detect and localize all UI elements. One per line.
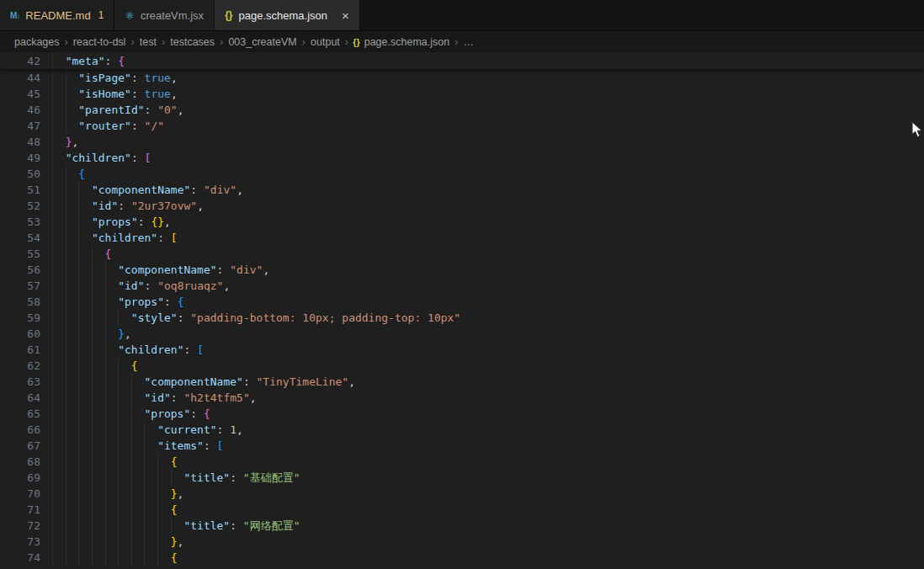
indent-guide xyxy=(92,262,105,278)
line-number: 65 xyxy=(0,406,40,422)
indent-guide xyxy=(118,486,131,502)
code-token: "componentName" xyxy=(92,183,190,196)
line-number: 59 xyxy=(0,310,40,326)
code-token: { xyxy=(131,359,138,372)
tab-createvm[interactable]: ⚛ createVm.jsx xyxy=(114,0,215,30)
code-text: "router": "/" xyxy=(52,118,164,134)
indent-guide xyxy=(52,310,66,326)
indent-guide xyxy=(92,358,105,374)
indent-guide xyxy=(52,53,66,69)
close-icon[interactable]: × xyxy=(342,9,349,22)
indent-guide xyxy=(105,534,119,550)
indent-guide xyxy=(78,310,92,326)
breadcrumb-item[interactable]: page.schema.json xyxy=(364,36,450,48)
code-line: 62{ xyxy=(0,358,924,374)
code-text: { xyxy=(52,550,178,566)
line-number: 55 xyxy=(0,246,40,262)
breadcrumb-item[interactable]: … xyxy=(463,36,475,48)
code-token: : xyxy=(190,183,204,196)
indent-guide xyxy=(92,486,105,502)
code-line: 53"props": {}, xyxy=(0,214,924,230)
code-token: "items" xyxy=(157,439,204,452)
indent-guide xyxy=(78,454,92,470)
line-number: 52 xyxy=(0,198,40,214)
code-token: "title" xyxy=(183,519,230,532)
indent-guide xyxy=(78,278,92,294)
indent-guide xyxy=(118,374,131,390)
code-token: , xyxy=(178,535,184,548)
tab-readme[interactable]: M↓ README.md 1 xyxy=(0,0,114,30)
indent-guide xyxy=(92,278,105,294)
indent-guide xyxy=(131,374,145,390)
code-text: "children": [ xyxy=(52,342,204,358)
code-token: "props" xyxy=(144,407,190,420)
code-text: "componentName": "div", xyxy=(52,182,243,198)
indent-guide xyxy=(118,518,131,534)
code-line: 63"componentName": "TinyTimeLine", xyxy=(0,374,924,390)
indent-guide xyxy=(92,374,105,390)
code-line: 71{ xyxy=(0,502,924,518)
code-text: "current": 1, xyxy=(52,422,243,438)
code-text: "isHome": true, xyxy=(52,86,178,102)
code-token: : xyxy=(131,72,145,84)
code-token: , xyxy=(125,327,131,340)
line-number: 74 xyxy=(0,550,40,566)
editor[interactable]: 42"meta": { 44"isPage": true,45"isHome":… xyxy=(0,52,924,569)
code-token: "children" xyxy=(66,152,131,164)
code-token: : xyxy=(171,391,184,404)
breadcrumb-item[interactable]: output xyxy=(310,36,341,48)
code-line: 49"children": [ xyxy=(0,150,924,166)
code-line: 58"props": { xyxy=(0,294,924,310)
breadcrumb-item[interactable]: 003_createVM xyxy=(227,36,297,48)
indent-guide xyxy=(52,550,66,566)
indent-guide xyxy=(131,486,145,502)
code-token: { xyxy=(178,295,184,308)
code-text: }, xyxy=(52,534,183,550)
indent-guide xyxy=(78,182,92,198)
code-line: 72"title": "网络配置" xyxy=(0,518,924,534)
indent-guide xyxy=(78,342,92,358)
line-number: 49 xyxy=(0,150,40,166)
code-text: "parentId": "0", xyxy=(52,102,184,118)
line-number: 67 xyxy=(0,438,40,454)
indent-guide xyxy=(52,150,66,166)
breadcrumb-item[interactable]: testcases xyxy=(169,36,215,48)
indent-guide xyxy=(66,102,79,118)
breadcrumb-item[interactable]: react-to-dsl xyxy=(72,36,127,48)
breadcrumb-item[interactable]: test xyxy=(139,36,157,48)
breadcrumb-item[interactable]: packages xyxy=(13,36,61,48)
indent-guide xyxy=(52,486,66,502)
code-token: "div" xyxy=(204,183,236,196)
indent-guide xyxy=(52,438,66,454)
code-text: }, xyxy=(52,486,183,502)
indent-guide xyxy=(52,518,66,534)
modified-badge: 1 xyxy=(98,9,104,21)
indent-guide xyxy=(171,518,184,534)
code-token: "style" xyxy=(131,311,178,324)
code-token: true xyxy=(145,88,171,100)
indent-guide xyxy=(78,294,92,310)
indent-guide xyxy=(105,262,119,278)
code-line: 42"meta": { xyxy=(0,53,924,69)
json-icon: {} xyxy=(353,37,360,47)
indent-guide xyxy=(92,438,105,454)
code-token: , xyxy=(164,215,171,228)
indent-guide xyxy=(78,486,92,502)
code-token: "2ur37ovw" xyxy=(131,199,197,212)
code-text: "isPage": true, xyxy=(52,70,178,86)
code-token: "h2t4tfm5" xyxy=(183,391,249,404)
indent-guide xyxy=(92,310,105,326)
indent-guide xyxy=(105,406,119,422)
tab-label: page.schema.json xyxy=(238,9,327,22)
indent-guide xyxy=(66,390,79,406)
indent-guide xyxy=(78,214,92,230)
indent-guide xyxy=(52,134,66,150)
indent-guide xyxy=(131,470,145,486)
indent-guide xyxy=(118,406,131,422)
indent-guide xyxy=(118,390,131,406)
code-token: "parentId" xyxy=(78,104,144,116)
tab-page-schema-json[interactable]: {} page.schema.json × xyxy=(215,0,360,30)
indent-guide xyxy=(78,518,92,534)
indent-guide xyxy=(92,534,105,550)
indent-guide xyxy=(66,214,79,230)
